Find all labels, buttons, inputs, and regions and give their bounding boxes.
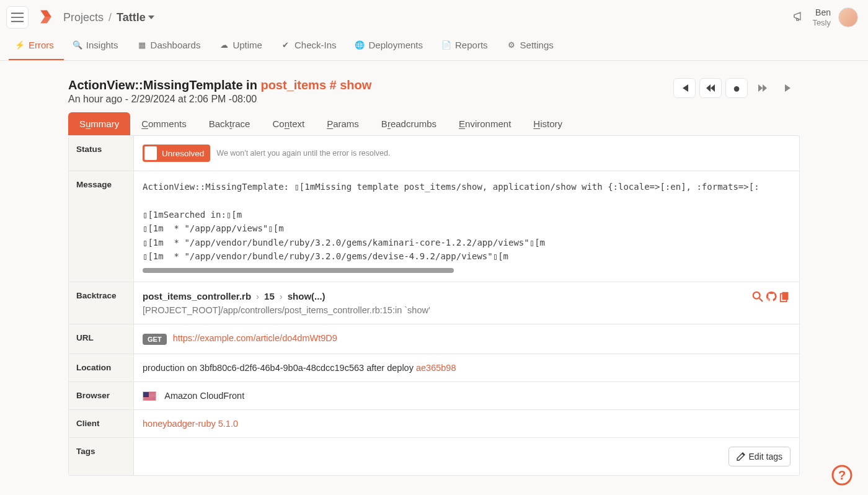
deploy-link[interactable]: ae365b98	[416, 363, 456, 373]
svg-point-0	[753, 292, 760, 299]
us-flag-icon	[143, 391, 156, 401]
tab-dashboards[interactable]: ▦Dashboards	[131, 31, 211, 60]
error-in: in	[243, 78, 261, 92]
chevron-right-icon: ›	[256, 291, 259, 301]
row-client-label: Client	[69, 410, 134, 437]
breadcrumb-projects[interactable]: Projects	[63, 11, 104, 24]
row-client: Client honeybadger-ruby 5.1.0	[69, 409, 799, 437]
summary-panel: Status Unresolved We won't alert you aga…	[68, 135, 800, 476]
row-message-label: Message	[69, 171, 134, 282]
backtrace-actions	[752, 291, 790, 304]
http-method-badge: GET	[143, 334, 167, 345]
copy-icon	[779, 291, 790, 302]
backtrace-copy-button[interactable]	[779, 291, 790, 304]
user-name[interactable]: Ben Tesly	[812, 7, 831, 27]
tab-deployments-label: Deployments	[368, 40, 423, 50]
row-browser: Browser Amazon CloudFront	[69, 381, 799, 410]
grid-icon: ▦	[137, 40, 147, 50]
subtab-history[interactable]: History	[522, 112, 574, 135]
chevron-down-icon	[148, 16, 154, 19]
cloud-icon: ☁	[219, 40, 229, 50]
backtrace-search-button[interactable]	[752, 291, 763, 304]
row-status-label: Status	[69, 136, 134, 171]
breadcrumb-separator: /	[108, 11, 112, 24]
backtrace-summary: post_items_controller.rb › 15 › show(...…	[143, 291, 790, 301]
main-nav: ⚡Errors 🔍Insights ▦Dashboards ☁Uptime ✔C…	[0, 31, 868, 61]
skip-back-icon	[680, 84, 689, 92]
tab-deployments[interactable]: 🌐Deployments	[348, 31, 433, 60]
row-message: Message ActionView::MissingTemplate: ▯[1…	[69, 171, 799, 282]
rewind-icon	[706, 84, 715, 92]
error-timestamp: An hour ago - 2/29/2024 at 2:06 PM -08:0…	[68, 94, 673, 105]
row-location-label: Location	[69, 354, 134, 381]
tab-checkins[interactable]: ✔Check-Ins	[275, 31, 347, 60]
row-backtrace-label: Backtrace	[69, 282, 134, 324]
error-class: ActionView::MissingTemplate	[68, 78, 243, 92]
title-row: ActionView::MissingTemplate in post_item…	[68, 72, 800, 112]
pager-first-button[interactable]	[673, 78, 696, 98]
error-title: ActionView::MissingTemplate in post_item…	[68, 78, 673, 92]
topbar: Projects / Tattle Ben Tesly	[0, 0, 868, 31]
location-text: production on 3bfb80c6-d2f6-46b4-9b0a-48…	[143, 363, 416, 373]
bolt-icon: ⚡	[15, 40, 25, 50]
fast-forward-icon	[758, 84, 767, 92]
tab-uptime[interactable]: ☁Uptime	[213, 31, 272, 60]
tab-settings[interactable]: ⚙Settings	[500, 31, 564, 60]
avatar[interactable]	[838, 7, 858, 27]
tab-checkins-label: Check-Ins	[294, 40, 337, 50]
edit-tags-button[interactable]: Edit tags	[728, 447, 790, 466]
backtrace-file: post_items_controller.rb	[143, 291, 251, 301]
hamburger-menu-button[interactable]	[6, 6, 29, 29]
browser-text: Amazon CloudFront	[164, 391, 244, 401]
row-browser-label: Browser	[69, 382, 134, 410]
subtab-environment[interactable]: Environment	[448, 112, 522, 135]
status-note: We won't alert you again until the error…	[216, 149, 390, 158]
backtrace-method: show(...)	[288, 291, 326, 301]
tab-reports[interactable]: 📄Reports	[435, 31, 498, 60]
breadcrumb-current-project[interactable]: Tattle	[117, 11, 154, 24]
url-link[interactable]: https://example.com/article/do4dmWt9D9	[173, 333, 337, 343]
pager-next-button[interactable]	[751, 78, 774, 98]
subtab-backtrace[interactable]: Backtrace	[198, 112, 262, 135]
skip-forward-icon	[784, 84, 793, 92]
subtab-context[interactable]: Context	[261, 112, 316, 135]
tab-reports-label: Reports	[455, 40, 488, 50]
tab-uptime-label: Uptime	[232, 40, 262, 50]
file-icon: 📄	[441, 40, 451, 50]
content: ActionView::MissingTemplate in post_item…	[0, 61, 868, 494]
tab-dashboards-label: Dashboards	[151, 40, 201, 50]
backtrace-line: 15	[264, 291, 275, 301]
github-icon	[766, 291, 777, 302]
tab-insights[interactable]: 🔍Insights	[66, 31, 128, 60]
error-location-link[interactable]: post_items # show	[260, 78, 371, 92]
hamburger-icon	[11, 12, 24, 22]
app-logo[interactable]	[37, 8, 55, 27]
pager-current-button[interactable]: ●	[725, 78, 748, 98]
subtab-params[interactable]: Params	[316, 112, 370, 135]
tab-settings-label: Settings	[520, 40, 554, 50]
pager-prev-button[interactable]	[699, 78, 722, 98]
client-link[interactable]: honeybadger-ruby 5.1.0	[143, 419, 238, 429]
row-tags-label: Tags	[69, 438, 134, 475]
horizontal-scrollbar[interactable]	[143, 268, 454, 273]
message-text: ActionView::MissingTemplate: ▯[1mMissing…	[143, 180, 790, 263]
status-toggle[interactable]: Unresolved	[143, 145, 210, 162]
pencil-icon	[737, 452, 745, 461]
help-button[interactable]: ?	[830, 463, 854, 488]
pager-last-button[interactable]	[777, 78, 800, 98]
row-status: Status Unresolved We won't alert you aga…	[69, 136, 799, 171]
announcements-button[interactable]	[794, 11, 805, 23]
subtab-summary[interactable]: Summary	[68, 112, 130, 135]
row-backtrace: Backtrace post_items_controller.rb › 15 …	[69, 282, 799, 324]
subtab-comments[interactable]: Comments	[130, 112, 198, 135]
tab-errors[interactable]: ⚡Errors	[9, 31, 64, 60]
subtab-breadcrumbs[interactable]: Breadcrumbs	[370, 112, 448, 135]
honeybadger-logo-icon	[37, 8, 55, 25]
tab-insights-label: Insights	[86, 40, 118, 50]
gear-icon: ⚙	[507, 40, 516, 50]
row-url: URL GET https://example.com/article/do4d…	[69, 324, 799, 353]
search-icon	[752, 291, 763, 302]
error-pager: ●	[673, 78, 800, 98]
status-text: Unresolved	[157, 146, 210, 161]
backtrace-github-button[interactable]	[766, 291, 777, 304]
